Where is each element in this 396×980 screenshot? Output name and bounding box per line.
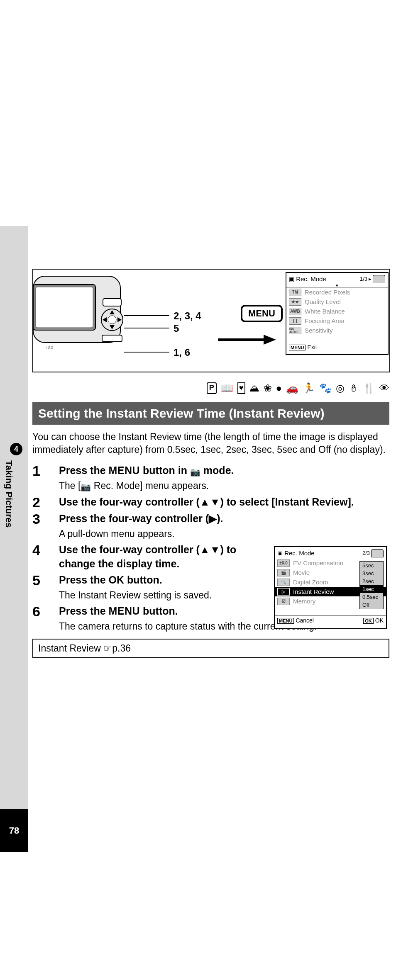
- dropdown-option: 2sec: [360, 577, 383, 585]
- dropdown-option-selected: 1sec: [360, 585, 383, 593]
- dropdown-option: 3sec: [360, 569, 383, 577]
- step-2: 2 Use the four-way controller (▲▼) to se…: [32, 495, 389, 509]
- camera-icon: 📷: [190, 467, 200, 477]
- step-3: 3 Press the four-way controller (▶). A p…: [32, 512, 269, 540]
- camera-icon: ▣: [277, 550, 283, 557]
- lcd2-footer-cancel: Cancel: [296, 617, 314, 624]
- step-number: 2: [32, 495, 59, 509]
- page-number: 78: [0, 809, 28, 852]
- lcd-rec-mode-2: ▣ Rec. Mode 2/3 ±0.0EV Compensation 🎬Mov…: [274, 546, 387, 629]
- step-number: 1: [32, 464, 59, 478]
- dropdown-option: 5sec: [360, 562, 383, 569]
- lcd2-page-indicator: 2/3: [362, 550, 370, 556]
- step-4: 4 Use the four-way controller (▲▼) to ch…: [32, 543, 269, 571]
- tab-stub-icon: [371, 549, 384, 557]
- camera-icon: 📷: [81, 482, 91, 491]
- step-number: 3: [32, 512, 59, 526]
- step-number: 6: [32, 604, 59, 618]
- dropdown-option: Off: [360, 601, 383, 609]
- instant-review-dropdown: 5sec 3sec 2sec 1sec 0.5sec Off: [359, 561, 384, 609]
- ok-box-icon: OK: [363, 618, 374, 624]
- cross-reference-box: Instant Review ☞p.36: [32, 639, 389, 658]
- dropdown-option: 0.5sec: [360, 593, 383, 601]
- section-heading: Setting the Instant Review Time (Instant…: [32, 402, 389, 425]
- lcd2-footer-ok: OK: [375, 617, 384, 624]
- intro-paragraph: You can choose the Instant Review time (…: [32, 430, 389, 456]
- menu-box-icon: MENU: [277, 618, 294, 624]
- lcd2-title: Rec. Mode: [284, 550, 315, 557]
- step-number: 4: [32, 543, 59, 557]
- step-number: 5: [32, 573, 59, 587]
- step-1: 1 Press the MENU button in 📷 mode. The […: [32, 464, 389, 493]
- chapter-number-badge: 4: [10, 443, 22, 455]
- chapter-label: Taking Pictures: [3, 460, 14, 528]
